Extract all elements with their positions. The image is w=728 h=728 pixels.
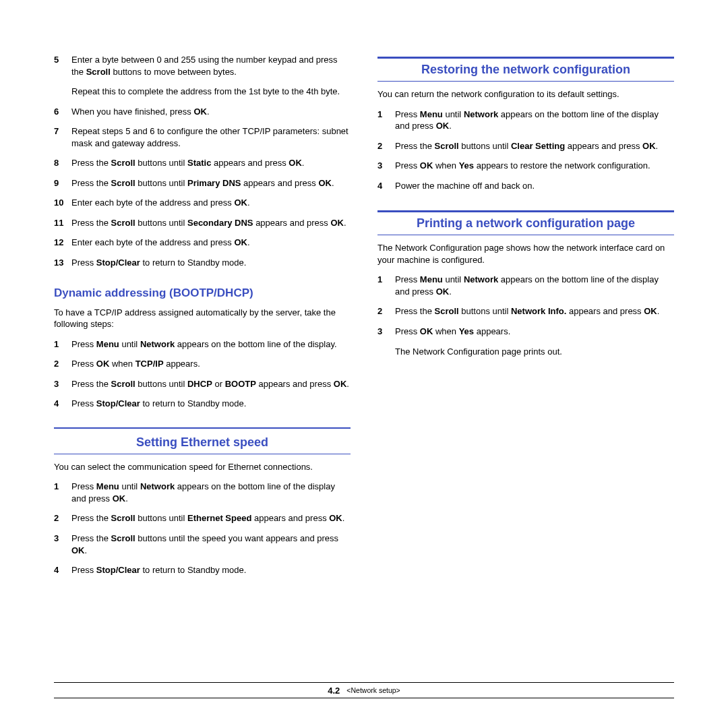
list-item: 6When you have finished, press OK. <box>54 106 351 118</box>
step-text: Enter a byte between 0 and 255 using the… <box>71 54 351 78</box>
step-number: 3 <box>54 378 71 390</box>
step-text: Press Stop/Clear to return to Standby mo… <box>71 398 351 410</box>
step-text: Power the machine off and back on. <box>395 180 674 192</box>
step-text: Press Menu until Network appears on the … <box>395 274 674 297</box>
step-number: 9 <box>54 177 71 189</box>
step-text: Press the Scroll buttons until Clear Set… <box>395 140 674 152</box>
step-text: Enter each byte of the address and press… <box>71 237 351 249</box>
list-item: 1Press Menu until Network appears on the… <box>377 109 674 132</box>
step-number: 11 <box>54 217 71 229</box>
list-item: 3Press OK when Yes appears to restore th… <box>377 160 674 172</box>
list-item: 2Press the Scroll buttons until Network … <box>377 305 674 317</box>
step-text: Press OK when Yes appears. <box>395 326 674 338</box>
step-text: Press Menu until Network appears on the … <box>395 109 674 132</box>
step-number: 4 <box>54 398 71 410</box>
step-number: 10 <box>54 197 71 209</box>
restoring-config-intro: You can return the network configuration… <box>377 88 674 100</box>
step-text: Press the Scroll buttons until Ethernet … <box>71 512 351 524</box>
list-item: 1Press Menu until Network appears on the… <box>54 338 351 351</box>
step-text: Press the Scroll buttons until DHCP or B… <box>71 378 351 390</box>
step-number: 12 <box>54 237 71 249</box>
right-column: Restoring the network configuration You … <box>377 54 674 584</box>
step-note: The Network Configuration page prints ou… <box>395 346 674 358</box>
step-text: Press the Scroll buttons until Primary D… <box>71 177 351 189</box>
step-text: Repeat steps 5 and 6 to configure the ot… <box>71 125 351 149</box>
list-item: 1Press Menu until Network appears on the… <box>54 481 351 504</box>
list-item: 12Enter each byte of the address and pre… <box>54 237 351 249</box>
list-item: 4Press Stop/Clear to return to Standby m… <box>54 398 351 410</box>
printing-config-intro: The Network Configuration page shows how… <box>377 242 674 266</box>
list-item: 2Press the Scroll buttons until Ethernet… <box>54 512 351 524</box>
step-text: Press the Scroll buttons until Static ap… <box>71 157 351 169</box>
restoring-config-heading: Restoring the network configuration <box>377 57 674 82</box>
list-item: 3Press the Scroll buttons until DHCP or … <box>54 378 351 390</box>
ethernet-speed-intro: You can select the communication speed f… <box>54 461 351 473</box>
step-text: Press Stop/Clear to return to Standby mo… <box>71 257 351 269</box>
list-item: 9Press the Scroll buttons until Primary … <box>54 177 351 189</box>
footer-label: <Network setup> <box>346 686 400 694</box>
list-item: 11Press the Scroll buttons until Seconda… <box>54 217 351 229</box>
printing-config-heading: Printing a network configuration page <box>377 210 674 235</box>
step-text: Press the Scroll buttons until Secondary… <box>71 217 351 229</box>
step-number: 2 <box>54 358 71 370</box>
dynamic-addressing-intro: To have a TCP/IP address assigned automa… <box>54 307 351 330</box>
dynamic-addressing-steps: 1Press Menu until Network appears on the… <box>54 338 351 410</box>
step-number: 7 <box>54 125 71 138</box>
list-item: 4Power the machine off and back on. <box>377 180 674 192</box>
list-item: 3Press OK when Yes appears. <box>377 326 674 338</box>
restoring-config-steps: 1Press Menu until Network appears on the… <box>377 109 674 192</box>
list-item: 7Repeat steps 5 and 6 to configure the o… <box>54 125 351 149</box>
ethernet-speed-steps: 1Press Menu until Network appears on the… <box>54 481 351 576</box>
page-number: 4.2 <box>328 686 340 696</box>
section-rule: Setting Ethernet speed <box>54 427 351 454</box>
step-text: Press Menu until Network appears on the … <box>71 481 351 504</box>
list-item: 2Press OK when TCP/IP appears. <box>54 358 351 370</box>
step-number: 3 <box>54 533 71 545</box>
step-number: 13 <box>54 257 71 269</box>
step-number: 4 <box>54 564 71 576</box>
step-number: 3 <box>377 326 395 338</box>
step-text: Press OK when TCP/IP appears. <box>71 358 351 370</box>
step-number: 1 <box>377 274 395 286</box>
list-item: 5Enter a byte between 0 and 255 using th… <box>54 54 351 78</box>
printing-config-steps: 1Press Menu until Network appears on the… <box>377 274 674 357</box>
dynamic-addressing-heading: Dynamic addressing (BOOTP/DHCP) <box>54 286 351 300</box>
step-text: When you have finished, press OK. <box>71 106 351 118</box>
list-item: 3Press the Scroll buttons until the spee… <box>54 533 351 556</box>
step-text: Press the Scroll buttons until the speed… <box>71 533 351 556</box>
list-item: 10Enter each byte of the address and pre… <box>54 197 351 209</box>
step-text: Press Menu until Network appears on the … <box>71 338 351 351</box>
step-number: 1 <box>54 338 71 351</box>
two-column-layout: 5Enter a byte between 0 and 255 using th… <box>54 54 674 584</box>
list-item: 4Press Stop/Clear to return to Standby m… <box>54 564 351 576</box>
step-number: 4 <box>377 180 395 192</box>
step-number: 5 <box>54 54 71 66</box>
step-number: 1 <box>54 481 71 493</box>
step-number: 1 <box>377 109 395 121</box>
list-item: 13Press Stop/Clear to return to Standby … <box>54 257 351 269</box>
step-number: 2 <box>377 305 395 317</box>
list-item: 1Press Menu until Network appears on the… <box>377 274 674 297</box>
step-number: 3 <box>377 160 395 172</box>
static-addressing-steps: 5Enter a byte between 0 and 255 using th… <box>54 54 351 269</box>
page-footer: 4.2 <Network setup> <box>54 682 674 698</box>
step-text: Enter each byte of the address and press… <box>71 197 351 209</box>
step-text: Press Stop/Clear to return to Standby mo… <box>71 564 351 576</box>
step-note: Repeat this to complete the address from… <box>71 86 351 98</box>
ethernet-speed-heading: Setting Ethernet speed <box>54 431 351 454</box>
step-number: 6 <box>54 106 71 118</box>
left-column: 5Enter a byte between 0 and 255 using th… <box>54 54 351 584</box>
list-item: 2Press the Scroll buttons until Clear Se… <box>377 140 674 152</box>
step-text: Press the Scroll buttons until Network I… <box>395 305 674 317</box>
step-text: Press OK when Yes appears to restore the… <box>395 160 674 172</box>
step-number: 2 <box>377 140 395 152</box>
list-item: 8Press the Scroll buttons until Static a… <box>54 157 351 169</box>
step-number: 2 <box>54 512 71 524</box>
step-number: 8 <box>54 157 71 169</box>
document-page: 5Enter a byte between 0 and 255 using th… <box>0 0 728 728</box>
